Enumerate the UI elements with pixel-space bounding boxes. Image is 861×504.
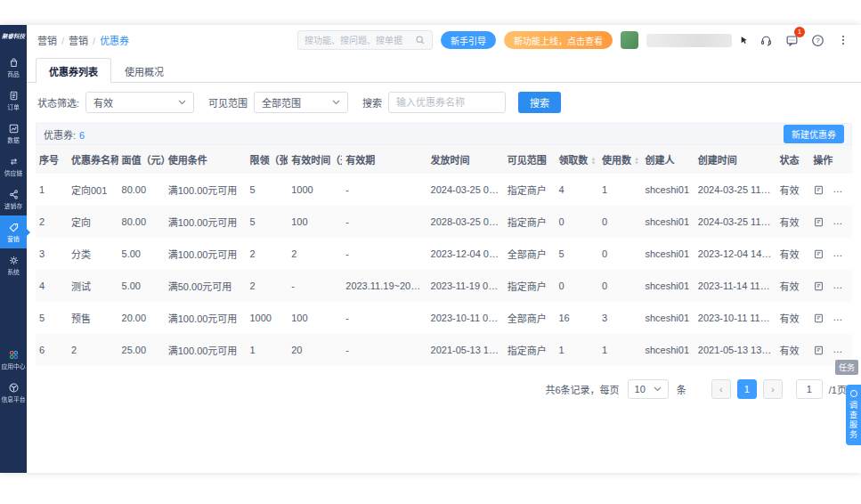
apps-icon [8,349,20,361]
sort-carets-icon[interactable]: ▲▼ [590,157,596,166]
detail-icon[interactable] [813,216,824,228]
column-label: 领取数 [558,155,588,166]
bag-icon [8,57,20,69]
pagination-pages: /1页 [829,382,847,396]
cell-valid_days: 100 [288,302,342,334]
sidebar-item-platform[interactable]: 信息平台 [0,376,27,409]
cell-name: 定向001 [68,174,118,206]
global-search-input[interactable] [305,36,410,45]
breadcrumb-separator: / [93,36,95,46]
cell-valid_range: - [342,206,426,238]
sidebar-item-label: 系统 [7,269,20,276]
coupon-count: 优惠券:6 [44,127,85,142]
column-label: 发放时间 [431,155,470,166]
cell-condition: 满100.00元可用 [165,238,247,270]
cell-claimed: 1 [555,334,598,366]
scope-filter-value: 全部范围 [262,95,301,110]
cell-visible_scope: 全部商户 [504,238,556,270]
cell-valid_days: 100 [288,206,342,238]
cell-used: 1 [598,334,642,366]
column-label: 可见范围 [508,155,547,166]
promo-button[interactable]: 新功能上线，点击查看 [504,31,613,49]
column-header-used[interactable]: 使用数▲▼ [598,145,642,174]
global-search[interactable] [297,30,433,50]
breadcrumb-item[interactable]: 优惠券 [100,36,129,46]
cell-status: 有效 [776,206,809,238]
breadcrumb-item[interactable]: 营销 [69,36,88,46]
cell-index: 1 [36,174,68,206]
tab-coupon-list[interactable]: 优惠券列表 [36,58,111,83]
guide-button[interactable]: 新手引导 [441,31,496,49]
column-header-visible_scope: 可见范围 [504,145,556,174]
sidebar-item-app-center[interactable]: 应用中心 [0,343,27,376]
supply-chain-icon [8,156,20,167]
sidebar-item-data[interactable]: 数据 [0,117,27,150]
detail-icon[interactable] [813,313,824,324]
cell-valid_days: 20 [288,334,342,366]
search-button[interactable]: 搜索 [518,92,561,113]
sidebar-item-system[interactable]: 系统 [0,248,27,281]
coupon-name-input[interactable] [388,92,506,113]
scope-filter-label: 可见范围 [208,95,248,110]
task-tab[interactable]: 任务 [835,360,858,375]
sidebar-item-marketing[interactable]: 营销 [0,215,27,248]
cell-name: 定向 [68,206,118,238]
tag-icon [8,222,20,233]
tab-usage-overview[interactable]: 使用概况 [111,58,177,83]
support-icon[interactable] [757,31,775,49]
messages-icon[interactable]: 1 [783,31,800,49]
cell-issue_time: 2023-11-19 00:00:00 [427,270,504,302]
page-1-button[interactable]: 1 [737,379,757,399]
detail-icon[interactable] [813,345,824,356]
column-header-issue_time: 发放时间 [427,145,504,174]
next-page-button[interactable]: › [763,379,783,399]
cell-creator: shceshi01 [641,270,694,302]
column-header-creator: 创建人 [641,145,694,174]
detail-icon[interactable] [813,280,824,292]
coupon-table: 序号优惠券名称面值（元）使用条件限领（张）有效时间（天）有效期发放时间可见范围领… [36,145,852,366]
help-icon[interactable]: ? [808,31,826,49]
cell-name: 测试 [68,270,118,302]
more-icon[interactable] [834,31,852,49]
sidebar-item-supply[interactable]: 供应链 [0,150,27,183]
sidebar-item-label: 信息平台 [1,396,25,403]
sidebar-item-label: 应用中心 [1,363,25,370]
status-filter-select[interactable]: 有效 [85,92,194,113]
sidebar-item-orders[interactable]: 订单 [0,84,27,117]
cell-created_at: 2023-10-11 11:15:08 [694,302,776,334]
cell-claimed: 16 [555,302,598,334]
pagination-total: 共6条记录，每页 [545,382,619,396]
sort-carets-icon[interactable]: ▲▼ [634,157,639,166]
breadcrumb-item[interactable]: 营销 [37,36,57,46]
cell-used: 1 [598,174,642,206]
cell-valid_range: - [342,238,426,270]
tabs-bar: 优惠券列表使用概况 [27,56,861,83]
detail-icon[interactable] [813,184,824,196]
sidebar-item-inventory[interactable]: 进销存 [0,183,27,215]
cell-limit: 2 [246,270,288,302]
survey-service-tab[interactable]: 调查服务 [846,385,861,445]
chevron-down-icon [332,100,340,105]
column-header-valid_days: 有效时间（天） [288,145,342,174]
per-page-select[interactable]: 10 [628,379,669,399]
logo: 聚睿科技 [2,31,25,39]
per-page-unit: 条 [677,382,686,396]
scope-filter-select[interactable]: 全部范围 [254,92,348,113]
topbar: 营销/营销/优惠券 新手引导 新功能上线，点击查看 [27,25,861,55]
page-jump-input[interactable] [796,379,823,399]
sidebar-item-label: 供应链 [4,170,22,177]
cell-index: 3 [36,238,68,270]
search-filter-label: 搜索 [362,95,382,110]
cell-created_at: 2024-03-25 11:20:18 [694,206,776,238]
cell-limit: 2 [246,238,288,270]
detail-icon[interactable] [813,248,824,260]
chart-icon [8,123,20,134]
sidebar-item-goods[interactable]: 商品 [0,51,27,84]
cell-name: 预售 [68,302,118,334]
column-header-claimed[interactable]: 领取数▲▼ [555,145,598,174]
cell-index: 4 [36,270,68,302]
avatar[interactable] [621,31,638,49]
create-coupon-button[interactable]: 新建优惠券 [784,125,844,143]
column-label: 使用条件 [168,155,207,166]
prev-page-button[interactable]: ‹ [711,379,731,399]
